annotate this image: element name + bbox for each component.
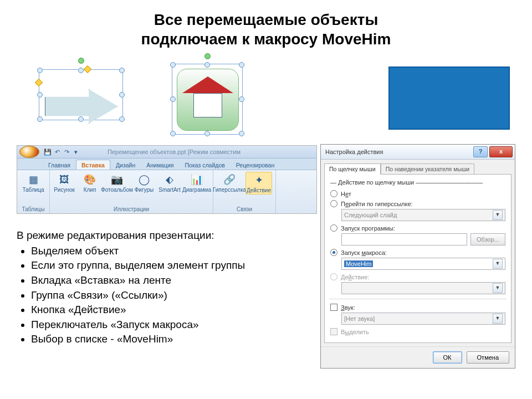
resize-handle-icon[interactable]: [170, 62, 176, 68]
hyperlink-icon: 🔗: [222, 172, 237, 187]
tab-on-click[interactable]: По щелчку мыши: [324, 163, 381, 175]
table-icon: ▦: [25, 172, 41, 187]
help-button[interactable]: ?: [473, 146, 488, 157]
qat-dropdown-icon[interactable]: ▾: [72, 148, 80, 156]
check-sound[interactable]: Звук:: [330, 304, 505, 311]
btn-table-label: Таблица: [22, 187, 44, 193]
checkbox-icon[interactable]: [330, 304, 337, 311]
btn-chart[interactable]: 📊Диаграмма: [184, 172, 209, 193]
selected-house-group[interactable]: [172, 64, 243, 135]
chevron-down-icon[interactable]: ▼: [493, 259, 503, 269]
radio-icon: [330, 273, 337, 280]
list-item: Выделяем объект: [31, 244, 316, 258]
group-illustrations: 🖼Рисунок 🎨Клип 📷Фотоальбом ◯Фигуры ⬖Smar…: [50, 170, 213, 213]
resize-handle-icon[interactable]: [78, 68, 84, 73]
radio-icon[interactable]: [330, 200, 337, 207]
tab-design[interactable]: Дизайн: [110, 160, 141, 170]
resize-handle-icon[interactable]: [170, 96, 176, 102]
resize-handle-icon[interactable]: [239, 96, 244, 102]
btn-picture[interactable]: 🖼Рисунок: [53, 172, 75, 193]
btn-action[interactable]: ✦Действие: [245, 172, 272, 195]
btn-chart-label: Диаграмма: [182, 187, 211, 193]
group-links: 🔗Гиперссылка ✦Действие Связи: [213, 170, 276, 213]
blue-rectangle-shape: [388, 66, 510, 130]
fieldset-label-text: Действие по щелчку мыши: [338, 179, 414, 186]
checkbox-icon: [330, 328, 337, 335]
btn-album[interactable]: 📷Фотоальбом: [104, 172, 130, 193]
btn-table[interactable]: ▦ Таблица: [21, 172, 46, 193]
selected-arrow-shape[interactable]: [39, 69, 123, 120]
resize-handle-icon[interactable]: [37, 116, 43, 122]
adjust-handle-icon[interactable]: [84, 65, 91, 73]
redo-icon[interactable]: ↷: [63, 148, 70, 156]
resize-handle-icon[interactable]: [119, 92, 125, 98]
save-icon[interactable]: 💾: [44, 148, 52, 156]
picture-icon: 🖼: [57, 172, 72, 187]
list-item: Выбор в списке - «MoveHim»: [31, 332, 316, 346]
resize-handle-icon[interactable]: [204, 131, 210, 136]
radio-run-program[interactable]: Запуск программы:: [330, 224, 505, 232]
macro-combo[interactable]: MoveHim ▼: [341, 258, 505, 270]
tab-home[interactable]: Главная: [43, 160, 76, 170]
office-button-icon[interactable]: [19, 146, 39, 158]
radio-icon[interactable]: [330, 224, 337, 232]
btn-hyperlink[interactable]: 🔗Гиперссылка: [217, 172, 242, 193]
group-tables: ▦ Таблица Таблицы: [17, 170, 50, 213]
radio-none[interactable]: Нет: [330, 190, 505, 197]
tab-animation[interactable]: Анимация: [141, 160, 179, 170]
smartart-icon: ⬖: [162, 172, 177, 187]
btn-album-label: Фотоальбом: [101, 187, 133, 193]
btn-smartart-label: SmartArt: [158, 187, 180, 193]
undo-icon[interactable]: ↶: [53, 148, 61, 156]
clipart-icon: 🎨: [82, 172, 98, 187]
btn-shapes[interactable]: ◯Фигуры: [133, 172, 155, 193]
radio-run-label: Запуск программы:: [341, 225, 395, 232]
btn-smartart[interactable]: ⬖SmartArt: [158, 172, 181, 193]
ok-button[interactable]: ОК: [433, 351, 462, 364]
resize-handle-icon[interactable]: [78, 116, 84, 122]
tab-on-hover[interactable]: По наведении указателя мыши: [381, 163, 475, 175]
tab-insert[interactable]: Вставка: [76, 160, 110, 170]
resize-handle-icon[interactable]: [37, 68, 43, 73]
tab-slideshow[interactable]: Показ слайдов: [180, 160, 231, 170]
ribbon-body: ▦ Таблица Таблицы 🖼Рисунок 🎨Клип 📷Фотоал…: [17, 170, 316, 213]
check-highlight-label: Выделить: [341, 329, 369, 335]
radio-hyperlink[interactable]: Перейти по гиперссылке:: [330, 200, 505, 207]
title-line2: подключаем к макросу MoveHim: [141, 30, 391, 48]
hyperlink-combo: Следующий слайд ▼: [341, 209, 505, 221]
resize-handle-icon[interactable]: [204, 62, 210, 68]
hyperlink-value: Следующий слайд: [344, 212, 397, 218]
resize-handle-icon[interactable]: [37, 92, 43, 98]
adjust-handle-icon[interactable]: [35, 79, 43, 86]
radio-object-action[interactable]: Действие:: [330, 273, 505, 280]
resize-handle-icon[interactable]: [239, 62, 244, 68]
separator: [329, 299, 507, 299]
rotate-handle-icon[interactable]: [204, 53, 211, 59]
list-item: Вкладка «Вставка» на ленте: [31, 273, 316, 288]
cancel-button[interactable]: Отмена: [467, 351, 509, 364]
chevron-down-icon: ▼: [493, 283, 503, 293]
macro-value: MoveHim: [344, 260, 373, 267]
btn-clipart[interactable]: 🎨Клип: [79, 172, 101, 193]
resize-handle-icon[interactable]: [119, 116, 125, 122]
radio-run-macro[interactable]: Запуск макроса:: [330, 249, 505, 256]
dialog-panel: — Действие по щелчку мыши ——————————— Не…: [324, 174, 511, 343]
triangle-shape-icon: [182, 76, 233, 93]
radio-hyperlink-label: Перейти по гиперссылке:: [341, 201, 413, 207]
resize-handle-icon[interactable]: [239, 131, 244, 136]
close-button[interactable]: x: [489, 146, 513, 157]
chevron-down-icon: ▼: [493, 210, 503, 220]
resize-handle-icon[interactable]: [119, 68, 125, 73]
resize-handle-icon[interactable]: [170, 131, 176, 136]
rotate-handle-icon[interactable]: [78, 58, 84, 64]
btn-action-label: Действие: [247, 188, 271, 194]
radio-icon[interactable]: [330, 249, 337, 256]
list-item: Переключатель «Запуск макроса»: [31, 318, 316, 332]
program-path-input: [341, 233, 467, 245]
check-sound-label: Звук:: [341, 304, 355, 311]
radio-icon[interactable]: [330, 190, 337, 197]
rectangle-shape-icon: [193, 93, 222, 117]
tab-review[interactable]: Рецензирован: [231, 160, 280, 170]
dialog-titlebar[interactable]: Настройка действия ? x: [321, 145, 515, 160]
quick-access-toolbar: 💾 ↶ ↷ ▾: [44, 148, 80, 156]
